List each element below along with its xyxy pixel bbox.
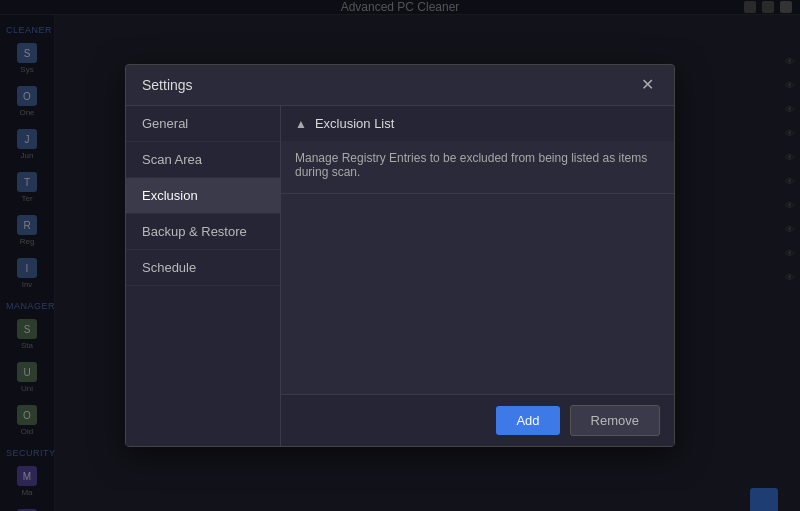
exclusion-section: ▲ Exclusion List Manage Registry Entries… [281, 106, 674, 194]
modal-title: Settings [142, 77, 193, 93]
modal-sidebar-item-backup-restore[interactable]: Backup & Restore [126, 214, 280, 250]
exclusion-list-title: Exclusion List [315, 116, 394, 131]
modal-sidebar-item-general[interactable]: General [126, 106, 280, 142]
modal-sidebar-item-scan-area[interactable]: Scan Area [126, 142, 280, 178]
exclusion-description: Manage Registry Entries to be excluded f… [281, 141, 674, 193]
modal-sidebar-item-exclusion[interactable]: Exclusion [126, 178, 280, 214]
modal-content-panel: ▲ Exclusion List Manage Registry Entries… [281, 106, 674, 446]
exclusion-header[interactable]: ▲ Exclusion List [281, 106, 674, 141]
modal-footer: Add Remove [281, 394, 674, 446]
modal-close-button[interactable]: ✕ [637, 75, 658, 95]
collapse-arrow-icon: ▲ [295, 117, 307, 131]
add-button[interactable]: Add [496, 406, 559, 435]
modal-titlebar: Settings ✕ [126, 65, 674, 106]
modal-overlay: Settings ✕ General Scan Area Exclusion B… [0, 0, 800, 511]
settings-modal: Settings ✕ General Scan Area Exclusion B… [125, 64, 675, 447]
exclusion-list-area [281, 194, 674, 394]
modal-sidebar: General Scan Area Exclusion Backup & Res… [126, 106, 281, 446]
modal-sidebar-item-schedule[interactable]: Schedule [126, 250, 280, 286]
remove-button[interactable]: Remove [570, 405, 660, 436]
modal-body: General Scan Area Exclusion Backup & Res… [126, 106, 674, 446]
